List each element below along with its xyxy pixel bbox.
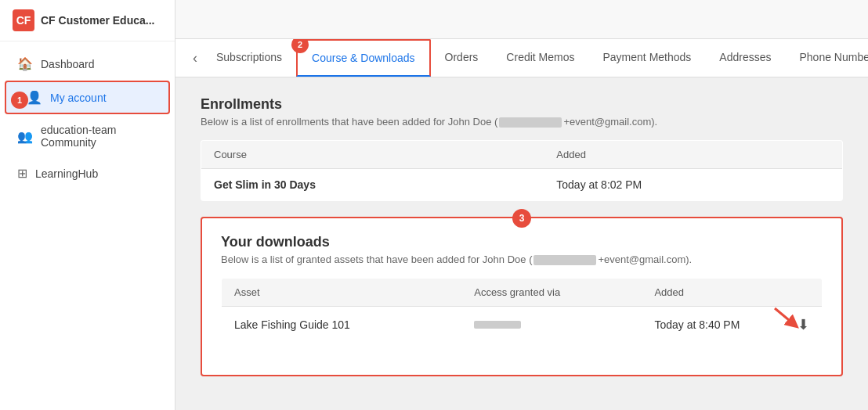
tab-orders[interactable]: Orders (431, 40, 493, 76)
sidebar: CF CF Customer Educa... 🏠 Dashboard 1 👤 … (0, 0, 175, 410)
sidebar-item-label: LearningHub (35, 167, 98, 180)
svg-line-1 (775, 308, 794, 324)
col-asset: Asset (222, 279, 462, 307)
sidebar-item-label: My account (50, 92, 107, 104)
grid-icon: ⊞ (17, 166, 27, 181)
sidebar-item-education-team[interactable]: 👥 education-team Community (5, 116, 170, 156)
community-icon: 👥 (17, 129, 33, 144)
enrollments-title: Enrollments (201, 96, 843, 113)
red-arrow-indicator (772, 305, 800, 329)
enrollments-desc-prefix: Below is a list of enrollments that have… (201, 116, 497, 128)
col-added: Added (544, 141, 842, 169)
table-row: Lake Fishing Guide 101 Today at 8:40 PM (222, 307, 823, 343)
sidebar-nav: 🏠 Dashboard 1 👤 My account 👥 education-t… (0, 41, 175, 196)
email-blurred (499, 117, 562, 128)
enrollments-section: Enrollments Below is a list of enrollmen… (201, 96, 843, 201)
dashboard-icon: 🏠 (17, 56, 33, 71)
tabs-container: ‹ Subscriptions 2 Course & Downloads Ord… (175, 39, 868, 77)
sidebar-item-label: Dashboard (41, 58, 95, 70)
downloads-table: Asset Access granted via Added Lake Fish… (221, 278, 823, 343)
enrollment-added-date: Today at 8:02 PM (544, 169, 842, 201)
brand: CF CF Customer Educa... (0, 0, 175, 41)
sidebar-item-learning-hub[interactable]: ⊞ LearningHub (5, 158, 170, 189)
tab-subscriptions[interactable]: Subscriptions (202, 40, 296, 76)
user-icon: 👤 (27, 90, 42, 105)
downloads-section: 3 Your downloads Below is a list of gran… (201, 217, 843, 376)
download-added-date: Today at 8:40 PM (642, 307, 761, 343)
downloads-desc-suffix: +event@gmail.com). (598, 254, 692, 265)
sidebar-item-label: education-team Community (41, 124, 157, 149)
brand-icon: CF (13, 9, 34, 31)
email-blurred-2 (533, 255, 596, 265)
main-content: ‹ Subscriptions 2 Course & Downloads Ord… (175, 0, 868, 410)
tab-course-badge: 2 (291, 39, 309, 53)
downloads-desc-prefix: Below is a list of granted assets that h… (221, 254, 532, 265)
tab-course-downloads[interactable]: 2 Course & Downloads (296, 39, 431, 77)
col-access: Access granted via (461, 279, 642, 307)
tab-addresses[interactable]: Addresses (705, 40, 785, 76)
table-row: Get Slim in 30 Days Today at 8:02 PM (201, 169, 843, 201)
col-added: Added (642, 279, 761, 307)
download-action-cell: ⬇ (762, 307, 823, 343)
enrollments-header-row: Course Added (201, 141, 843, 169)
enrollments-table: Course Added Get Slim in 30 Days Today a… (201, 140, 843, 201)
col-action (762, 279, 823, 307)
content-area: ‹ Subscriptions 2 Course & Downloads Ord… (175, 39, 868, 410)
sidebar-item-my-account[interactable]: 1 👤 My account (5, 81, 170, 114)
page-content: Enrollments Below is a list of enrollmen… (175, 77, 868, 395)
sidebar-item-dashboard[interactable]: 🏠 Dashboard (5, 49, 170, 79)
tab-phone-number[interactable]: Phone Number (786, 40, 869, 76)
brand-title: CF Customer Educa... (41, 14, 154, 27)
tab-prev-button[interactable]: ‹ (188, 45, 202, 71)
my-account-badge: 1 (11, 92, 28, 109)
col-course: Course (201, 141, 544, 169)
tab-payment-methods[interactable]: Payment Methods (589, 40, 706, 76)
top-bar (175, 0, 868, 39)
downloads-badge: 3 (512, 209, 531, 228)
enrollments-desc-suffix: +event@gmail.com). (563, 116, 657, 128)
tab-credit-memos[interactable]: Credit Memos (492, 40, 588, 76)
tab-course-label: Course & Downloads (312, 52, 415, 64)
download-access (461, 307, 642, 343)
enrollments-desc: Below is a list of enrollments that have… (201, 116, 843, 128)
downloads-desc: Below is a list of granted assets that h… (221, 254, 823, 265)
download-asset-name[interactable]: Lake Fishing Guide 101 (222, 307, 462, 343)
enrollment-course-name: Get Slim in 30 Days (201, 169, 544, 201)
downloads-title: Your downloads (221, 234, 823, 250)
downloads-header-row: Asset Access granted via Added (222, 279, 823, 307)
